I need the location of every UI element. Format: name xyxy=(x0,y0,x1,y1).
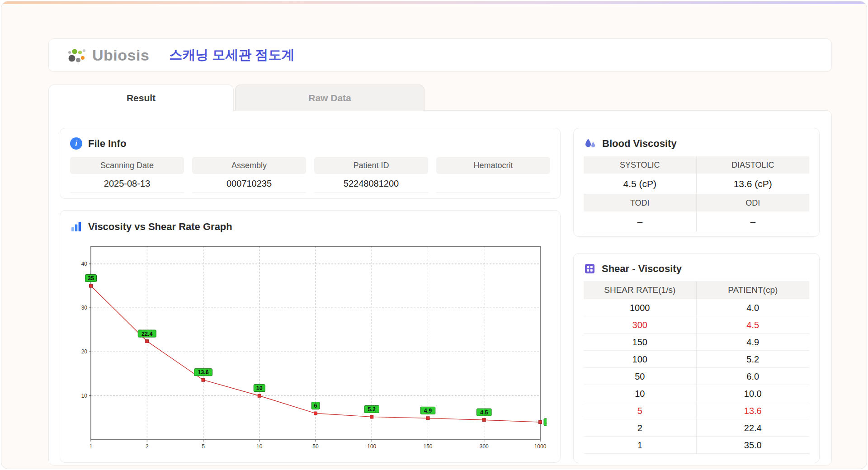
col-shear-rate: SHEAR RATE(1/s) xyxy=(584,281,697,299)
diastolic-value: 13.6 (cP) xyxy=(697,174,810,194)
svg-text:1000: 1000 xyxy=(534,443,547,450)
odi-value: – xyxy=(697,212,810,232)
bv-value-row: – – xyxy=(584,212,809,232)
field-scanning-date: Scanning Date 2025-08-13 xyxy=(70,157,184,193)
brand-name: Ubiosis xyxy=(92,47,149,64)
shear-table-row: 2 22.4 xyxy=(584,419,809,437)
svg-text:13.6: 13.6 xyxy=(198,369,208,376)
shear-table-row: 1000 4.0 xyxy=(584,299,809,316)
blood-viscosity-title: Blood Viscosity xyxy=(602,138,677,150)
blood-viscosity-table: SYSTOLIC DIASTOLIC 4.5 (cP) 13.6 (cP) TO… xyxy=(584,156,809,232)
file-info-card: i File Info Scanning Date 2025-08-13 Ass… xyxy=(60,128,561,199)
patient-viscosity-value: 5.2 xyxy=(697,351,810,368)
svg-text:6: 6 xyxy=(314,403,317,409)
field-value: 52248081200 xyxy=(314,174,428,193)
svg-text:2: 2 xyxy=(146,443,149,450)
shear-table-body: 1000 4.0 300 4.5 150 4.9 100 5.2 xyxy=(584,299,809,454)
patient-viscosity-value: 4.5 xyxy=(697,316,810,334)
shear-table-row: 300 4.5 xyxy=(584,316,809,334)
patient-viscosity-value: 4.9 xyxy=(697,334,810,351)
field-label: Hematocrit xyxy=(436,157,550,174)
shear-rate-value: 150 xyxy=(584,334,697,351)
svg-text:1: 1 xyxy=(90,443,93,450)
svg-text:100: 100 xyxy=(367,443,376,450)
shear-table-row: 50 6.0 xyxy=(584,368,809,385)
shear-table-row: 150 4.9 xyxy=(584,334,809,351)
bar-chart-icon xyxy=(70,221,82,233)
patient-viscosity-value: 10.0 xyxy=(697,385,810,402)
field-hematocrit: Hematocrit xyxy=(436,157,550,193)
shear-table-row: 100 5.2 xyxy=(584,351,809,368)
svg-text:22.4: 22.4 xyxy=(142,331,152,337)
shear-rate-value: 2 xyxy=(584,419,697,437)
field-assembly: Assembly 000710235 xyxy=(192,157,306,193)
shear-rate-value: 300 xyxy=(584,316,697,334)
right-column: Blood Viscosity SYSTOLIC DIASTOLIC 4.5 (… xyxy=(573,128,820,460)
shear-rate-value: 10 xyxy=(584,385,697,402)
ubiosis-dots-logo xyxy=(67,46,89,65)
shear-viscosity-title: Shear - Viscosity xyxy=(602,263,682,275)
bv-header-row: TODI ODI xyxy=(584,194,809,212)
shear-table-row: 5 13.6 xyxy=(584,402,809,419)
tab-raw-data-label: Raw Data xyxy=(308,93,351,103)
svg-text:40: 40 xyxy=(81,261,88,267)
page-title: 스캐닝 모세관 점도계 xyxy=(169,46,294,64)
svg-text:4: 4 xyxy=(546,419,547,426)
svg-text:10: 10 xyxy=(256,443,263,450)
svg-text:5.2: 5.2 xyxy=(368,406,376,413)
svg-text:50: 50 xyxy=(312,443,319,450)
svg-text:150: 150 xyxy=(423,443,432,450)
shear-rate-value: 1000 xyxy=(584,299,697,316)
field-value xyxy=(436,174,550,193)
svg-text:35: 35 xyxy=(88,275,94,282)
field-patient-id: Patient ID 52248081200 xyxy=(314,157,428,193)
tab-result-label: Result xyxy=(127,93,156,103)
bv-header-row: SYSTOLIC DIASTOLIC xyxy=(584,156,809,174)
file-info-fields: Scanning Date 2025-08-13 Assembly 000710… xyxy=(70,157,550,193)
bv-value-row: 4.5 (cP) 13.6 (cP) xyxy=(584,174,809,194)
blood-viscosity-card: Blood Viscosity SYSTOLIC DIASTOLIC 4.5 (… xyxy=(573,128,820,237)
calculator-icon xyxy=(584,263,596,275)
bv-header-systolic: SYSTOLIC xyxy=(584,156,697,174)
svg-text:30: 30 xyxy=(81,305,88,311)
svg-text:300: 300 xyxy=(480,443,489,450)
result-panel: i File Info Scanning Date 2025-08-13 Ass… xyxy=(48,110,832,465)
shear-rate-value: 100 xyxy=(584,351,697,368)
page-frame: Ubiosis 스캐닝 모세관 점도계 Result Raw Data i Fi… xyxy=(1,1,867,469)
bv-header-todi: TODI xyxy=(584,194,697,212)
droplets-icon xyxy=(584,137,596,150)
viscosity-graph-card: Viscosity vs Shear Rate Graph 1251050100… xyxy=(60,210,561,463)
todi-value: – xyxy=(584,212,697,232)
left-column: i File Info Scanning Date 2025-08-13 Ass… xyxy=(60,128,561,460)
field-label: Assembly xyxy=(192,157,306,174)
bv-header-odi: ODI xyxy=(697,194,810,212)
patient-viscosity-value: 4.0 xyxy=(697,299,810,316)
viscosity-shear-rate-chart: 12510501001503001000102030403522.413.610… xyxy=(72,240,547,452)
file-info-title: File Info xyxy=(88,138,126,150)
graph-title: Viscosity vs Shear Rate Graph xyxy=(88,221,232,233)
field-value: 000710235 xyxy=(192,174,306,193)
patient-viscosity-value: 35.0 xyxy=(697,437,810,454)
shear-rate-value: 5 xyxy=(584,402,697,419)
col-patient: PATIENT(cp) xyxy=(697,281,810,299)
bv-header-diastolic: DIASTOLIC xyxy=(697,156,810,174)
shear-rate-value: 1 xyxy=(584,437,697,454)
svg-text:10: 10 xyxy=(81,393,88,399)
shear-table-row: 1 35.0 xyxy=(584,437,809,454)
svg-text:20: 20 xyxy=(81,348,88,355)
tab-bar: Result Raw Data xyxy=(48,85,867,111)
tab-raw-data[interactable]: Raw Data xyxy=(235,85,425,111)
shear-table-row: 10 10.0 xyxy=(584,385,809,402)
brand-logo: Ubiosis xyxy=(67,46,149,65)
patient-viscosity-value: 6.0 xyxy=(697,368,810,385)
patient-viscosity-value: 22.4 xyxy=(697,419,810,437)
svg-text:4.5: 4.5 xyxy=(480,409,488,416)
tab-result[interactable]: Result xyxy=(48,85,234,111)
systolic-value: 4.5 (cP) xyxy=(584,174,697,194)
svg-text:10: 10 xyxy=(256,385,263,391)
shear-table-header: SHEAR RATE(1/s) PATIENT(cp) xyxy=(584,281,809,299)
patient-viscosity-value: 13.6 xyxy=(697,402,810,419)
svg-text:5: 5 xyxy=(202,443,205,450)
shear-rate-value: 50 xyxy=(584,368,697,385)
field-value: 2025-08-13 xyxy=(70,174,184,193)
